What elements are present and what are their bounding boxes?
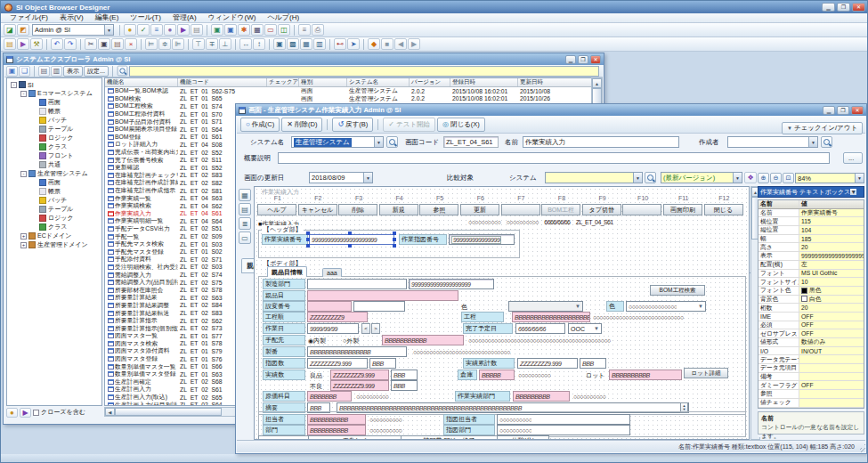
tree-expander-icon[interactable]: -: [11, 82, 17, 88]
toolbar-get-latest-icon[interactable]: ▶: [408, 38, 420, 50]
scroll-up-icon[interactable]: ▲: [592, 78, 602, 88]
toolbar-new-object-icon[interactable]: ▤: [4, 38, 16, 50]
revert-button[interactable]: ↺戻す(B): [332, 118, 373, 132]
compare-search-icon[interactable]: [645, 172, 656, 183]
toolbar-db-edit-icon[interactable]: ▣: [224, 24, 237, 36]
menu-item[interactable]: ヘルプ(H): [262, 13, 304, 22]
column-header[interactable]: 機能コード: [178, 78, 267, 86]
property-row[interactable]: フォントサイズ10: [758, 278, 864, 287]
chevron-down-icon[interactable]: ▼: [104, 25, 113, 35]
grid-view-icon[interactable]: ▤: [239, 203, 251, 215]
form-fkey-button[interactable]: [501, 204, 540, 215]
tab-order-view-icon[interactable]: ≣: [239, 217, 251, 230]
seizo-code-box[interactable]: [307, 279, 407, 289]
explorer-maximize-button[interactable]: ❐: [578, 55, 588, 64]
tree-item[interactable]: +ECドメイン: [7, 232, 101, 240]
gaisei-radio[interactable]: ○外製: [343, 337, 359, 345]
form-fkey-button[interactable]: キャンセル: [298, 204, 337, 215]
property-row[interactable]: I/OIN/OUT: [758, 347, 864, 356]
toolbar-align-bottom-icon[interactable]: ⊥: [219, 38, 231, 50]
oyahin-box[interactable]: [307, 290, 458, 301]
toolbar-send-back-icon[interactable]: ▩: [287, 38, 299, 50]
kanryo-box[interactable]: 6666/66/66: [515, 323, 565, 334]
tree-expander-icon[interactable]: -: [20, 171, 27, 177]
name-field[interactable]: 作業実績入力: [523, 136, 679, 148]
toolbar-anchor-icon[interactable]: ⊷: [334, 38, 346, 50]
explorer-close-button[interactable]: ✕: [590, 55, 601, 64]
toolbar-db-browse-icon[interactable]: ▣: [211, 24, 223, 36]
scrollbar-thumb[interactable]: [115, 408, 222, 416]
property-value[interactable]: OFF: [799, 329, 864, 337]
toolbar-connect-icon[interactable]: ◪: [4, 24, 16, 36]
column-header[interactable]: チェックアウトユーザ: [267, 78, 299, 86]
system-name-combo[interactable]: 生産管理システム▼: [291, 136, 384, 148]
toolbar-table-window-icon[interactable]: ▦: [251, 24, 264, 36]
naisei-radio[interactable]: ◉内製: [308, 337, 326, 345]
toolbar-cut-icon[interactable]: ✂: [85, 38, 97, 50]
sashizu-no-textbox[interactable]: 999999999999999: [449, 234, 515, 245]
property-value[interactable]: MS UI Gothic: [799, 270, 864, 278]
property-row[interactable]: 値チェック: [758, 399, 864, 408]
sashizu-bumon-box[interactable]: ○○○○○○○○○○: [497, 425, 630, 435]
property-row[interactable]: フォント色黒色: [758, 287, 864, 296]
tree-expander-icon[interactable]: +: [20, 233, 27, 240]
tree-item[interactable]: バッチ: [7, 196, 101, 205]
version-combo[interactable]: (最新バージョン)▼: [661, 172, 742, 183]
toolbar-undo-icon[interactable]: ↶: [51, 38, 63, 50]
scroll-left-icon[interactable]: ◀: [105, 408, 115, 416]
property-value[interactable]: IN/OUT: [799, 347, 864, 355]
preview-icon[interactable]: ▭: [239, 232, 251, 244]
furyo-box[interactable]: ZZZZZZZZ9.999: [330, 380, 389, 391]
column-header[interactable]: バージョン: [410, 78, 450, 86]
tree-item[interactable]: テーブル: [7, 125, 101, 134]
property-value[interactable]: [799, 373, 864, 381]
property-row[interactable]: 参照: [758, 390, 864, 399]
column-header[interactable]: 機能名: [105, 78, 178, 86]
zoom-level-combo[interactable]: 84%▼: [795, 173, 864, 183]
include-closed-checkbox[interactable]: [33, 410, 39, 416]
property-value[interactable]: 104: [799, 226, 864, 234]
form-fkey-button[interactable]: 新規: [379, 204, 418, 215]
close-button[interactable]: ✕: [852, 3, 865, 12]
user-filter-icon[interactable]: ●: [6, 408, 18, 418]
iro-combo[interactable]: ○○○○○○○○○○○○○○○▼: [626, 301, 706, 312]
property-row[interactable]: 高さ20: [758, 243, 864, 252]
ryohin-box[interactable]: ZZZZZZZZ9.999: [330, 370, 389, 380]
bom-kotei-search-button[interactable]: BOM工程検索: [650, 285, 705, 296]
compare-system-combo[interactable]: ▼: [545, 172, 643, 183]
form-fkey-button[interactable]: 削除: [338, 204, 377, 215]
settings-button[interactable]: 設定...: [84, 66, 109, 77]
toolbar-form-window-icon[interactable]: ▭: [264, 24, 277, 36]
property-row[interactable]: 備考: [758, 373, 864, 382]
sehen-sub-box[interactable]: [353, 301, 405, 312]
date-prev-button[interactable]: <: [361, 323, 370, 334]
form-fkey-button[interactable]: 閉じる: [704, 204, 743, 215]
explorer-minimize-button[interactable]: ▁: [565, 55, 576, 64]
zoom-fit-icon[interactable]: ⊡: [783, 173, 794, 183]
author-combo[interactable]: ▼: [727, 136, 818, 148]
sashizu-tanto-box[interactable]: ○○○○○○○○○○: [497, 414, 630, 425]
minimize-button[interactable]: ▁: [822, 3, 835, 12]
toolbar-print-icon[interactable]: ⎙: [312, 24, 324, 36]
tree-item[interactable]: -生産管理システム: [7, 169, 101, 178]
toolbar-user-admin-icon[interactable]: ●: [164, 24, 176, 36]
lot-box[interactable]: BBBBBBBBBB: [609, 370, 682, 380]
property-value[interactable]: 黒色: [799, 287, 864, 295]
chevron-down-icon[interactable]: ▼: [850, 189, 856, 195]
property-value[interactable]: 20: [799, 304, 864, 312]
toolbar-db-export-icon[interactable]: ◫: [278, 24, 290, 36]
toolbar-checkout-icon[interactable]: ■: [381, 38, 393, 50]
form-fkey-button[interactable]: 更新: [460, 204, 499, 215]
designer-maximize-button[interactable]: ❐: [837, 106, 849, 115]
designer-title-bar[interactable]: 画面 - 生産管理システム作業実績入力 Admin @ SI ▁ ❐ ✕: [236, 104, 866, 116]
column-header[interactable]: システム名: [347, 78, 410, 86]
show-button[interactable]: 表示: [63, 66, 83, 77]
property-row[interactable]: フォントMS UI Gothic: [758, 270, 864, 279]
form-fkey-button[interactable]: タブ切替: [582, 204, 621, 215]
property-row[interactable]: 名前作業実績番号: [758, 209, 864, 218]
property-row[interactable]: 桁数20: [758, 304, 864, 313]
koteijun-box[interactable]: ZZZZZZZZZ9: [307, 312, 368, 322]
property-value[interactable]: 10: [799, 278, 864, 286]
toolbox-icon[interactable]: ▦: [239, 189, 251, 201]
toolbar-group-icon[interactable]: ▦: [300, 38, 312, 50]
